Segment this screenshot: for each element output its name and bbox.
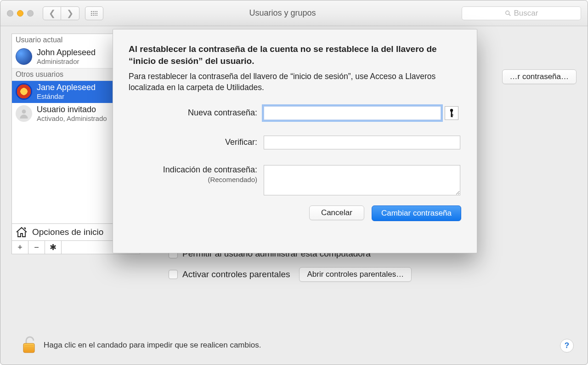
reset-password-sheet: Al restablecer la contraseña de la cuent… [113, 29, 477, 253]
label-recommended: (Recomendado) [129, 176, 257, 183]
sheet-actions: Cancelar Cambiar contraseña [129, 205, 461, 221]
label-hint: Indicación de contraseña: (Recomendado) [129, 165, 264, 183]
label-new-password: Nueva contraseña: [129, 108, 264, 118]
key-icon [448, 108, 455, 118]
svg-rect-10 [451, 111, 452, 117]
password-assistant-button[interactable] [445, 106, 458, 120]
label-verify: Verificar: [129, 137, 264, 147]
svg-rect-11 [451, 114, 453, 115]
new-password-input[interactable] [264, 106, 441, 120]
modal-backdrop: Al restablecer la contraseña de la cuent… [0, 0, 588, 365]
sheet-headline: Al restablecer la contraseña de la cuent… [129, 43, 461, 67]
svg-rect-12 [451, 116, 453, 117]
prefs-window: ❮ ❯ Usuarios y grupos Buscar Usuario act… [0, 0, 588, 365]
password-hint-input[interactable] [264, 165, 460, 195]
sheet-subtext: Para restablecer la contraseña del llave… [129, 71, 461, 93]
cancel-button[interactable]: Cancelar [309, 205, 364, 220]
verify-password-input[interactable] [264, 136, 460, 149]
change-password-button[interactable]: Cambiar contraseña [372, 205, 461, 221]
